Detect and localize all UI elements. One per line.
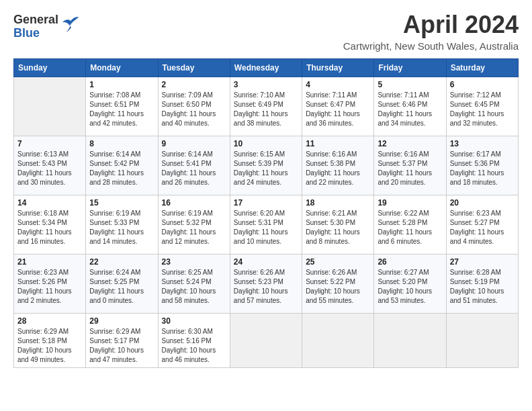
day-number: 4 [306, 80, 370, 89]
day-info: Sunrise: 6:19 AM Sunset: 5:33 PM Dayligh… [89, 209, 154, 246]
calendar-table: SundayMondayTuesdayWednesdayThursdayFrid… [13, 58, 519, 368]
day-number: 2 [162, 80, 226, 89]
day-number: 26 [378, 257, 442, 267]
day-info: Sunrise: 7:12 AM Sunset: 6:45 PM Dayligh… [450, 91, 515, 128]
calendar-cell [14, 77, 86, 136]
day-info: Sunrise: 6:27 AM Sunset: 5:20 PM Dayligh… [378, 268, 442, 306]
day-info: Sunrise: 6:26 AM Sunset: 5:23 PM Dayligh… [234, 268, 298, 306]
day-info: Sunrise: 6:15 AM Sunset: 5:39 PM Dayligh… [234, 150, 298, 187]
day-info: Sunrise: 6:16 AM Sunset: 5:38 PM Dayligh… [306, 150, 370, 187]
day-number: 28 [17, 316, 82, 326]
day-number: 6 [450, 80, 515, 89]
day-info: Sunrise: 7:11 AM Sunset: 6:47 PM Dayligh… [306, 91, 370, 128]
calendar-cell: 17Sunrise: 6:20 AM Sunset: 5:31 PM Dayli… [230, 195, 302, 255]
day-number: 23 [162, 257, 226, 267]
day-info: Sunrise: 6:14 AM Sunset: 5:41 PM Dayligh… [162, 150, 226, 187]
calendar-cell: 24Sunrise: 6:26 AM Sunset: 5:23 PM Dayli… [230, 255, 302, 314]
day-info: Sunrise: 6:26 AM Sunset: 5:22 PM Dayligh… [306, 268, 370, 306]
day-number: 16 [162, 198, 226, 208]
calendar-cell: 26Sunrise: 6:27 AM Sunset: 5:20 PM Dayli… [374, 255, 446, 314]
day-number: 1 [89, 80, 154, 89]
calendar-cell: 8Sunrise: 6:14 AM Sunset: 5:42 PM Daylig… [86, 136, 158, 195]
page-header: General Blue April 2024 Cartwright, New … [13, 11, 519, 52]
calendar-cell: 21Sunrise: 6:23 AM Sunset: 5:26 PM Dayli… [14, 255, 86, 314]
calendar-cell: 4Sunrise: 7:11 AM Sunset: 6:47 PM Daylig… [302, 77, 374, 136]
calendar-cell [230, 314, 302, 368]
column-header-friday: Friday [374, 59, 446, 77]
calendar-cell: 5Sunrise: 7:11 AM Sunset: 6:46 PM Daylig… [374, 77, 446, 136]
day-info: Sunrise: 6:29 AM Sunset: 5:18 PM Dayligh… [17, 327, 82, 365]
calendar-title: April 2024 [343, 11, 519, 39]
logo-blue-text: Blue [13, 27, 58, 40]
calendar-cell: 27Sunrise: 6:28 AM Sunset: 5:19 PM Dayli… [446, 255, 518, 314]
calendar-cell: 30Sunrise: 6:30 AM Sunset: 5:16 PM Dayli… [158, 314, 230, 368]
calendar-cell: 15Sunrise: 6:19 AM Sunset: 5:33 PM Dayli… [86, 195, 158, 255]
column-header-tuesday: Tuesday [158, 59, 230, 77]
day-info: Sunrise: 6:13 AM Sunset: 5:43 PM Dayligh… [17, 150, 82, 187]
day-number: 10 [234, 139, 298, 148]
calendar-cell: 12Sunrise: 6:16 AM Sunset: 5:37 PM Dayli… [374, 136, 446, 195]
day-number: 20 [450, 198, 515, 208]
day-number: 15 [89, 198, 154, 208]
day-number: 13 [450, 139, 515, 148]
day-number: 3 [234, 80, 298, 89]
day-number: 22 [89, 257, 154, 267]
title-section: April 2024 Cartwright, New South Wales, … [343, 11, 519, 52]
column-header-saturday: Saturday [446, 59, 518, 77]
day-number: 12 [378, 139, 442, 148]
calendar-header-row: SundayMondayTuesdayWednesdayThursdayFrid… [14, 59, 519, 77]
calendar-cell: 16Sunrise: 6:19 AM Sunset: 5:32 PM Dayli… [158, 195, 230, 255]
day-info: Sunrise: 6:23 AM Sunset: 5:27 PM Dayligh… [450, 209, 515, 246]
day-info: Sunrise: 6:18 AM Sunset: 5:34 PM Dayligh… [17, 209, 82, 246]
day-number: 11 [306, 139, 370, 148]
day-info: Sunrise: 6:30 AM Sunset: 5:16 PM Dayligh… [162, 327, 226, 365]
column-header-monday: Monday [86, 59, 158, 77]
calendar-cell [446, 314, 518, 368]
calendar-cell: 25Sunrise: 6:26 AM Sunset: 5:22 PM Dayli… [302, 255, 374, 314]
day-info: Sunrise: 6:29 AM Sunset: 5:17 PM Dayligh… [89, 327, 154, 365]
column-header-sunday: Sunday [14, 59, 86, 77]
day-info: Sunrise: 6:14 AM Sunset: 5:42 PM Dayligh… [89, 150, 154, 187]
day-info: Sunrise: 7:10 AM Sunset: 6:49 PM Dayligh… [234, 91, 298, 128]
logo-bird-icon [61, 15, 80, 34]
day-info: Sunrise: 6:17 AM Sunset: 5:36 PM Dayligh… [450, 150, 515, 187]
logo-general-text: General [13, 13, 58, 27]
calendar-cell: 14Sunrise: 6:18 AM Sunset: 5:34 PM Dayli… [14, 195, 86, 255]
day-info: Sunrise: 6:19 AM Sunset: 5:32 PM Dayligh… [162, 209, 226, 246]
calendar-cell: 10Sunrise: 6:15 AM Sunset: 5:39 PM Dayli… [230, 136, 302, 195]
day-info: Sunrise: 6:23 AM Sunset: 5:26 PM Dayligh… [17, 268, 82, 306]
calendar-cell [302, 314, 374, 368]
day-info: Sunrise: 6:24 AM Sunset: 5:25 PM Dayligh… [89, 268, 154, 306]
day-number: 29 [89, 316, 154, 326]
calendar-cell: 6Sunrise: 7:12 AM Sunset: 6:45 PM Daylig… [446, 77, 518, 136]
calendar-cell: 19Sunrise: 6:22 AM Sunset: 5:28 PM Dayli… [374, 195, 446, 255]
calendar-cell: 7Sunrise: 6:13 AM Sunset: 5:43 PM Daylig… [14, 136, 86, 195]
calendar-cell: 29Sunrise: 6:29 AM Sunset: 5:17 PM Dayli… [86, 314, 158, 368]
day-number: 18 [306, 198, 370, 208]
day-number: 27 [450, 257, 515, 267]
logo: General Blue [13, 13, 80, 40]
day-number: 7 [17, 139, 82, 148]
day-info: Sunrise: 6:28 AM Sunset: 5:19 PM Dayligh… [450, 268, 515, 306]
calendar-cell: 1Sunrise: 7:08 AM Sunset: 6:51 PM Daylig… [86, 77, 158, 136]
calendar-cell: 13Sunrise: 6:17 AM Sunset: 5:36 PM Dayli… [446, 136, 518, 195]
day-number: 5 [378, 80, 442, 89]
day-number: 21 [17, 257, 82, 267]
calendar-cell: 23Sunrise: 6:25 AM Sunset: 5:24 PM Dayli… [158, 255, 230, 314]
calendar-cell: 28Sunrise: 6:29 AM Sunset: 5:18 PM Dayli… [14, 314, 86, 368]
calendar-cell: 3Sunrise: 7:10 AM Sunset: 6:49 PM Daylig… [230, 77, 302, 136]
day-info: Sunrise: 6:25 AM Sunset: 5:24 PM Dayligh… [162, 268, 226, 306]
calendar-subtitle: Cartwright, New South Wales, Australia [343, 40, 519, 52]
calendar-cell: 9Sunrise: 6:14 AM Sunset: 5:41 PM Daylig… [158, 136, 230, 195]
calendar-cell: 11Sunrise: 6:16 AM Sunset: 5:38 PM Dayli… [302, 136, 374, 195]
day-info: Sunrise: 6:21 AM Sunset: 5:30 PM Dayligh… [306, 209, 370, 246]
column-header-wednesday: Wednesday [230, 59, 302, 77]
day-info: Sunrise: 7:08 AM Sunset: 6:51 PM Dayligh… [89, 91, 154, 128]
day-number: 30 [162, 316, 226, 326]
day-number: 14 [17, 198, 82, 208]
column-header-thursday: Thursday [302, 59, 374, 77]
day-number: 9 [162, 139, 226, 148]
calendar-cell: 20Sunrise: 6:23 AM Sunset: 5:27 PM Dayli… [446, 195, 518, 255]
calendar-cell: 18Sunrise: 6:21 AM Sunset: 5:30 PM Dayli… [302, 195, 374, 255]
day-number: 25 [306, 257, 370, 267]
